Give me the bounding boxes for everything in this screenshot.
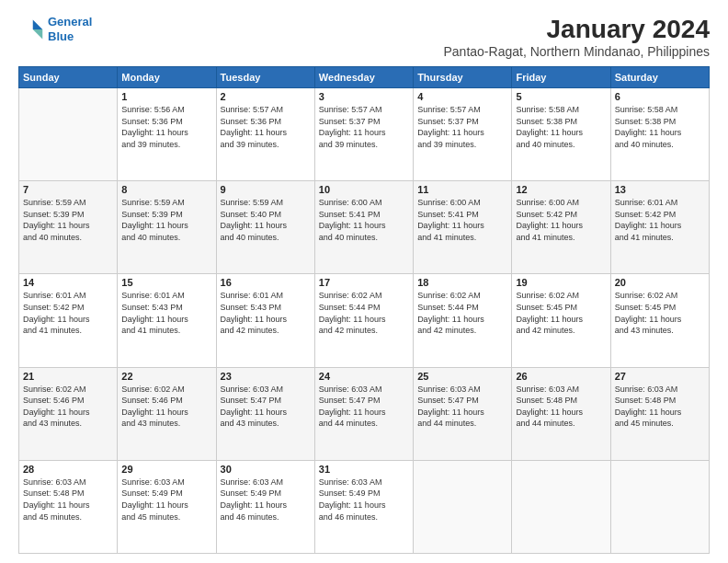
day-number: 1: [121, 91, 211, 102]
day-number: 18: [417, 277, 507, 288]
day-number: 12: [516, 184, 606, 195]
day-info: Sunrise: 6:03 AM Sunset: 5:49 PM Dayligh…: [319, 477, 409, 523]
day-info: Sunrise: 6:02 AM Sunset: 5:44 PM Dayligh…: [319, 290, 409, 336]
day-number: 5: [516, 91, 606, 102]
day-number: 21: [23, 371, 113, 382]
day-info: Sunrise: 6:01 AM Sunset: 5:43 PM Dayligh…: [221, 290, 311, 336]
day-number: 11: [417, 184, 507, 195]
calendar-day: [19, 88, 118, 181]
calendar-day: [512, 460, 610, 553]
calendar-header-row: SundayMondayTuesdayWednesdayThursdayFrid…: [19, 67, 710, 88]
calendar-day: 9Sunrise: 5:59 AM Sunset: 5:40 PM Daylig…: [216, 181, 314, 274]
day-info: Sunrise: 5:56 AM Sunset: 5:36 PM Dayligh…: [121, 104, 211, 150]
calendar-day: 28Sunrise: 6:03 AM Sunset: 5:48 PM Dayli…: [19, 460, 118, 553]
day-info: Sunrise: 6:03 AM Sunset: 5:47 PM Dayligh…: [319, 384, 409, 430]
calendar-day: 24Sunrise: 6:03 AM Sunset: 5:47 PM Dayli…: [314, 367, 413, 460]
day-number: 19: [516, 277, 606, 288]
day-number: 25: [417, 371, 507, 382]
calendar-day: 17Sunrise: 6:02 AM Sunset: 5:44 PM Dayli…: [314, 274, 413, 367]
day-info: Sunrise: 5:59 AM Sunset: 5:39 PM Dayligh…: [23, 197, 113, 243]
calendar-day: 27Sunrise: 6:03 AM Sunset: 5:48 PM Dayli…: [610, 367, 709, 460]
header: General Blue January 2024 Pantao-Ragat, …: [18, 15, 710, 59]
calendar-week-3: 14Sunrise: 6:01 AM Sunset: 5:42 PM Dayli…: [19, 274, 710, 367]
day-info: Sunrise: 5:58 AM Sunset: 5:38 PM Dayligh…: [516, 104, 606, 150]
calendar-day: 21Sunrise: 6:02 AM Sunset: 5:46 PM Dayli…: [19, 367, 118, 460]
day-number: 4: [417, 91, 507, 102]
day-info: Sunrise: 6:00 AM Sunset: 5:41 PM Dayligh…: [319, 197, 409, 243]
day-info: Sunrise: 6:02 AM Sunset: 5:46 PM Dayligh…: [121, 384, 211, 430]
day-number: 8: [121, 184, 211, 195]
title-block: January 2024 Pantao-Ragat, Northern Mind…: [443, 15, 710, 59]
day-info: Sunrise: 6:02 AM Sunset: 5:44 PM Dayligh…: [417, 290, 507, 336]
day-info: Sunrise: 6:03 AM Sunset: 5:48 PM Dayligh…: [23, 477, 113, 523]
day-info: Sunrise: 6:02 AM Sunset: 5:46 PM Dayligh…: [23, 384, 113, 430]
day-number: 6: [615, 91, 705, 102]
day-info: Sunrise: 5:58 AM Sunset: 5:38 PM Dayligh…: [615, 104, 705, 150]
calendar-week-2: 7Sunrise: 5:59 AM Sunset: 5:39 PM Daylig…: [19, 181, 710, 274]
calendar-day: [610, 460, 709, 553]
calendar-day: [414, 460, 512, 553]
day-number: 9: [221, 184, 311, 195]
calendar-day: 11Sunrise: 6:00 AM Sunset: 5:41 PM Dayli…: [414, 181, 512, 274]
calendar-day: 5Sunrise: 5:58 AM Sunset: 5:38 PM Daylig…: [512, 88, 610, 181]
calendar-week-1: 1Sunrise: 5:56 AM Sunset: 5:36 PM Daylig…: [19, 88, 710, 181]
day-info: Sunrise: 5:59 AM Sunset: 5:39 PM Dayligh…: [121, 197, 211, 243]
calendar-day: 29Sunrise: 6:03 AM Sunset: 5:49 PM Dayli…: [118, 460, 216, 553]
calendar-day: 20Sunrise: 6:02 AM Sunset: 5:45 PM Dayli…: [610, 274, 709, 367]
day-number: 16: [221, 277, 311, 288]
day-number: 7: [23, 184, 113, 195]
day-info: Sunrise: 5:59 AM Sunset: 5:40 PM Dayligh…: [221, 197, 311, 243]
day-number: 31: [319, 464, 409, 475]
calendar-day: 22Sunrise: 6:02 AM Sunset: 5:46 PM Dayli…: [118, 367, 216, 460]
calendar-day: 23Sunrise: 6:03 AM Sunset: 5:47 PM Dayli…: [216, 367, 314, 460]
day-number: 29: [121, 464, 211, 475]
day-info: Sunrise: 6:03 AM Sunset: 5:48 PM Dayligh…: [615, 384, 705, 430]
calendar-day: 7Sunrise: 5:59 AM Sunset: 5:39 PM Daylig…: [19, 181, 118, 274]
header-monday: Monday: [118, 67, 216, 88]
day-number: 3: [319, 91, 409, 102]
calendar-day: 30Sunrise: 6:03 AM Sunset: 5:49 PM Dayli…: [216, 460, 314, 553]
calendar-day: 3Sunrise: 5:57 AM Sunset: 5:37 PM Daylig…: [314, 88, 413, 181]
calendar-day: 15Sunrise: 6:01 AM Sunset: 5:43 PM Dayli…: [118, 274, 216, 367]
day-number: 2: [221, 91, 311, 102]
logo-icon: [18, 17, 44, 42]
calendar-day: 2Sunrise: 5:57 AM Sunset: 5:36 PM Daylig…: [216, 88, 314, 181]
day-info: Sunrise: 5:57 AM Sunset: 5:37 PM Dayligh…: [319, 104, 409, 150]
day-number: 17: [319, 277, 409, 288]
day-number: 13: [615, 184, 705, 195]
day-info: Sunrise: 6:03 AM Sunset: 5:49 PM Dayligh…: [221, 477, 311, 523]
calendar-day: 16Sunrise: 6:01 AM Sunset: 5:43 PM Dayli…: [216, 274, 314, 367]
calendar-day: 6Sunrise: 5:58 AM Sunset: 5:38 PM Daylig…: [610, 88, 709, 181]
day-number: 14: [23, 277, 113, 288]
day-number: 10: [319, 184, 409, 195]
day-number: 24: [319, 371, 409, 382]
calendar-day: 31Sunrise: 6:03 AM Sunset: 5:49 PM Dayli…: [314, 460, 413, 553]
day-info: Sunrise: 6:03 AM Sunset: 5:49 PM Dayligh…: [121, 477, 211, 523]
calendar-week-5: 28Sunrise: 6:03 AM Sunset: 5:48 PM Dayli…: [19, 460, 710, 553]
day-number: 22: [121, 371, 211, 382]
day-info: Sunrise: 5:57 AM Sunset: 5:36 PM Dayligh…: [221, 104, 311, 150]
logo: General Blue: [18, 15, 92, 43]
calendar-day: 10Sunrise: 6:00 AM Sunset: 5:41 PM Dayli…: [314, 181, 413, 274]
logo-line2: Blue: [48, 29, 74, 43]
calendar-day: 14Sunrise: 6:01 AM Sunset: 5:42 PM Dayli…: [19, 274, 118, 367]
day-number: 28: [23, 464, 113, 475]
day-info: Sunrise: 6:03 AM Sunset: 5:47 PM Dayligh…: [417, 384, 507, 430]
day-info: Sunrise: 6:02 AM Sunset: 5:45 PM Dayligh…: [615, 290, 705, 336]
day-info: Sunrise: 6:01 AM Sunset: 5:43 PM Dayligh…: [121, 290, 211, 336]
calendar-day: 19Sunrise: 6:02 AM Sunset: 5:45 PM Dayli…: [512, 274, 610, 367]
day-number: 27: [615, 371, 705, 382]
calendar-day: 26Sunrise: 6:03 AM Sunset: 5:48 PM Dayli…: [512, 367, 610, 460]
calendar-day: 13Sunrise: 6:01 AM Sunset: 5:42 PM Dayli…: [610, 181, 709, 274]
day-info: Sunrise: 6:01 AM Sunset: 5:42 PM Dayligh…: [23, 290, 113, 336]
page: General Blue January 2024 Pantao-Ragat, …: [0, 0, 728, 563]
day-number: 23: [221, 371, 311, 382]
header-friday: Friday: [512, 67, 610, 88]
header-sunday: Sunday: [19, 67, 118, 88]
header-tuesday: Tuesday: [216, 67, 314, 88]
day-number: 20: [615, 277, 705, 288]
logo-line1: General: [48, 15, 92, 29]
calendar-day: 25Sunrise: 6:03 AM Sunset: 5:47 PM Dayli…: [414, 367, 512, 460]
day-info: Sunrise: 6:02 AM Sunset: 5:45 PM Dayligh…: [516, 290, 606, 336]
calendar-day: 12Sunrise: 6:00 AM Sunset: 5:42 PM Dayli…: [512, 181, 610, 274]
